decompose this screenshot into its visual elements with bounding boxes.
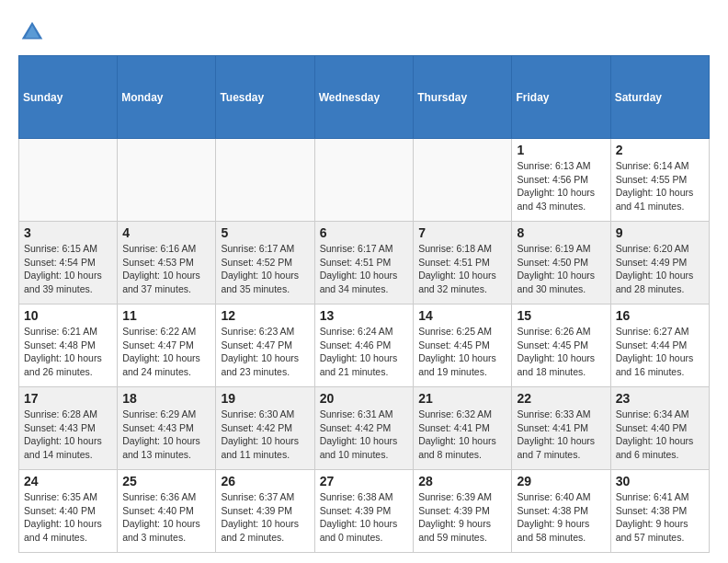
calendar-day: 11Sunrise: 6:22 AM Sunset: 4:47 PM Dayli…: [118, 304, 216, 387]
day-number: 16: [616, 308, 704, 323]
calendar-day: 13Sunrise: 6:24 AM Sunset: 4:46 PM Dayli…: [314, 304, 414, 387]
day-info: Sunrise: 6:17 AM Sunset: 4:51 PM Dayligh…: [320, 242, 409, 296]
day-info: Sunrise: 6:37 AM Sunset: 4:39 PM Dayligh…: [221, 490, 309, 545]
calendar-day: 19Sunrise: 6:30 AM Sunset: 4:42 PM Dayli…: [216, 387, 314, 470]
calendar-day: 6Sunrise: 6:17 AM Sunset: 4:51 PM Daylig…: [314, 222, 414, 304]
day-info: Sunrise: 6:14 AM Sunset: 4:55 PM Dayligh…: [616, 159, 704, 213]
day-number: 19: [221, 391, 309, 406]
day-number: 18: [122, 391, 210, 406]
day-number: 17: [24, 391, 112, 406]
day-info: Sunrise: 6:18 AM Sunset: 4:51 PM Dayligh…: [418, 242, 506, 296]
calendar-day: 21Sunrise: 6:32 AM Sunset: 4:41 PM Dayli…: [414, 387, 512, 470]
day-info: Sunrise: 6:39 AM Sunset: 4:39 PM Dayligh…: [418, 490, 506, 545]
calendar-day: [314, 139, 414, 222]
day-info: Sunrise: 6:21 AM Sunset: 4:48 PM Dayligh…: [24, 325, 112, 379]
header-thursday: Thursday: [414, 56, 512, 139]
day-number: 12: [221, 308, 309, 323]
day-info: Sunrise: 6:26 AM Sunset: 4:45 PM Dayligh…: [517, 325, 605, 379]
calendar-day: 30Sunrise: 6:41 AM Sunset: 4:38 PM Dayli…: [610, 470, 709, 553]
day-number: 10: [24, 308, 112, 323]
day-info: Sunrise: 6:36 AM Sunset: 4:40 PM Dayligh…: [122, 490, 210, 545]
day-number: 7: [418, 225, 506, 240]
calendar-day: [216, 139, 314, 222]
day-number: 3: [24, 225, 112, 240]
day-number: 23: [616, 391, 704, 406]
day-info: Sunrise: 6:25 AM Sunset: 4:45 PM Dayligh…: [418, 325, 506, 379]
calendar-day: [19, 139, 118, 222]
calendar-day: 24Sunrise: 6:35 AM Sunset: 4:40 PM Dayli…: [19, 470, 118, 553]
calendar-day: 22Sunrise: 6:33 AM Sunset: 4:41 PM Dayli…: [512, 387, 610, 470]
day-info: Sunrise: 6:31 AM Sunset: 4:42 PM Dayligh…: [320, 408, 409, 462]
header-monday: Monday: [118, 56, 216, 139]
day-info: Sunrise: 6:34 AM Sunset: 4:40 PM Dayligh…: [616, 408, 704, 462]
calendar-week-2: 3Sunrise: 6:15 AM Sunset: 4:54 PM Daylig…: [19, 222, 710, 304]
logo: [18, 18, 50, 46]
day-info: Sunrise: 6:20 AM Sunset: 4:49 PM Dayligh…: [616, 242, 704, 296]
calendar-week-5: 24Sunrise: 6:35 AM Sunset: 4:40 PM Dayli…: [19, 470, 710, 553]
calendar-day: 28Sunrise: 6:39 AM Sunset: 4:39 PM Dayli…: [414, 470, 512, 553]
calendar-day: 29Sunrise: 6:40 AM Sunset: 4:38 PM Dayli…: [512, 470, 610, 553]
calendar-day: 25Sunrise: 6:36 AM Sunset: 4:40 PM Dayli…: [118, 470, 216, 553]
calendar-table: SundayMondayTuesdayWednesdayThursdayFrid…: [18, 55, 710, 553]
day-info: Sunrise: 6:22 AM Sunset: 4:47 PM Dayligh…: [122, 325, 210, 379]
calendar-day: 15Sunrise: 6:26 AM Sunset: 4:45 PM Dayli…: [512, 304, 610, 387]
header-friday: Friday: [512, 56, 610, 139]
day-info: Sunrise: 6:28 AM Sunset: 4:43 PM Dayligh…: [24, 408, 112, 462]
header-tuesday: Tuesday: [216, 56, 314, 139]
day-info: Sunrise: 6:29 AM Sunset: 4:43 PM Dayligh…: [122, 408, 210, 462]
day-info: Sunrise: 6:15 AM Sunset: 4:54 PM Dayligh…: [24, 242, 112, 296]
day-number: 29: [517, 474, 605, 488]
day-number: 21: [418, 391, 506, 406]
day-number: 28: [418, 474, 506, 488]
calendar-day: 20Sunrise: 6:31 AM Sunset: 4:42 PM Dayli…: [314, 387, 414, 470]
day-info: Sunrise: 6:16 AM Sunset: 4:53 PM Dayligh…: [122, 242, 210, 296]
day-number: 4: [122, 225, 210, 240]
calendar-day: 12Sunrise: 6:23 AM Sunset: 4:47 PM Dayli…: [216, 304, 314, 387]
calendar-header-row: SundayMondayTuesdayWednesdayThursdayFrid…: [19, 56, 710, 139]
calendar-day: 1Sunrise: 6:13 AM Sunset: 4:56 PM Daylig…: [512, 139, 610, 222]
day-number: 11: [122, 308, 210, 323]
day-info: Sunrise: 6:17 AM Sunset: 4:52 PM Dayligh…: [221, 242, 309, 296]
day-info: Sunrise: 6:27 AM Sunset: 4:44 PM Dayligh…: [616, 325, 704, 379]
day-number: 13: [320, 308, 409, 323]
header-saturday: Saturday: [610, 56, 709, 139]
day-number: 15: [517, 308, 605, 323]
day-number: 14: [418, 308, 506, 323]
day-number: 27: [320, 474, 409, 488]
day-info: Sunrise: 6:32 AM Sunset: 4:41 PM Dayligh…: [418, 408, 506, 462]
calendar-day: 7Sunrise: 6:18 AM Sunset: 4:51 PM Daylig…: [414, 222, 512, 304]
calendar-day: 27Sunrise: 6:38 AM Sunset: 4:39 PM Dayli…: [314, 470, 414, 553]
calendar-day: 2Sunrise: 6:14 AM Sunset: 4:55 PM Daylig…: [610, 139, 709, 222]
day-number: 8: [517, 225, 605, 240]
calendar-day: 23Sunrise: 6:34 AM Sunset: 4:40 PM Dayli…: [610, 387, 709, 470]
day-number: 1: [517, 143, 605, 157]
calendar-day: [118, 139, 216, 222]
calendar-day: 14Sunrise: 6:25 AM Sunset: 4:45 PM Dayli…: [414, 304, 512, 387]
day-number: 5: [221, 225, 309, 240]
day-number: 24: [24, 474, 112, 488]
calendar-day: 17Sunrise: 6:28 AM Sunset: 4:43 PM Dayli…: [19, 387, 118, 470]
day-info: Sunrise: 6:41 AM Sunset: 4:38 PM Dayligh…: [616, 490, 704, 545]
calendar-week-3: 10Sunrise: 6:21 AM Sunset: 4:48 PM Dayli…: [19, 304, 710, 387]
calendar-day: 26Sunrise: 6:37 AM Sunset: 4:39 PM Dayli…: [216, 470, 314, 553]
calendar-day: 5Sunrise: 6:17 AM Sunset: 4:52 PM Daylig…: [216, 222, 314, 304]
calendar-day: 8Sunrise: 6:19 AM Sunset: 4:50 PM Daylig…: [512, 222, 610, 304]
day-info: Sunrise: 6:23 AM Sunset: 4:47 PM Dayligh…: [221, 325, 309, 379]
day-info: Sunrise: 6:35 AM Sunset: 4:40 PM Dayligh…: [24, 490, 112, 545]
day-number: 2: [616, 143, 704, 157]
calendar-day: 9Sunrise: 6:20 AM Sunset: 4:49 PM Daylig…: [610, 222, 709, 304]
day-info: Sunrise: 6:33 AM Sunset: 4:41 PM Dayligh…: [517, 408, 605, 462]
header-wednesday: Wednesday: [314, 56, 414, 139]
day-info: Sunrise: 6:13 AM Sunset: 4:56 PM Dayligh…: [517, 159, 605, 213]
calendar-week-4: 17Sunrise: 6:28 AM Sunset: 4:43 PM Dayli…: [19, 387, 710, 470]
day-info: Sunrise: 6:24 AM Sunset: 4:46 PM Dayligh…: [320, 325, 409, 379]
day-number: 9: [616, 225, 704, 240]
day-number: 6: [320, 225, 409, 240]
page-header: [18, 18, 710, 46]
header-sunday: Sunday: [19, 56, 118, 139]
calendar-week-1: 1Sunrise: 6:13 AM Sunset: 4:56 PM Daylig…: [19, 139, 710, 222]
calendar-day: 18Sunrise: 6:29 AM Sunset: 4:43 PM Dayli…: [118, 387, 216, 470]
calendar-day: 4Sunrise: 6:16 AM Sunset: 4:53 PM Daylig…: [118, 222, 216, 304]
calendar-day: 16Sunrise: 6:27 AM Sunset: 4:44 PM Dayli…: [610, 304, 709, 387]
day-info: Sunrise: 6:19 AM Sunset: 4:50 PM Dayligh…: [517, 242, 605, 296]
